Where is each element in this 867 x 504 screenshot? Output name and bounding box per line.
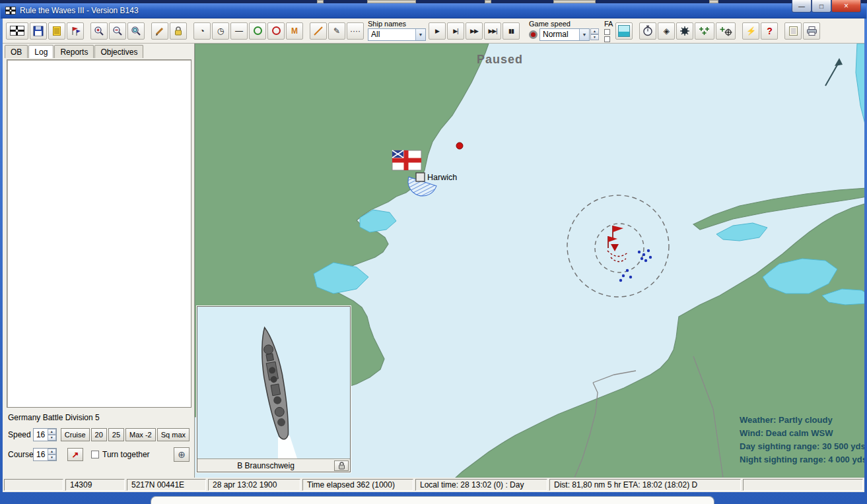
help-button[interactable]: ?: [761, 22, 778, 40]
speed-up-button[interactable]: ▲: [48, 429, 56, 435]
division-controls: Germany Battle Division 5 Speed 16 ▲ ▼ C…: [3, 410, 195, 478]
status-distance-eta-cell: Dist: 81,80 nm 5 hr ETA: 18:02 (18:02) D: [549, 479, 741, 491]
ship-names-label: Ship names: [368, 20, 426, 28]
set-course-button[interactable]: ↗: [67, 448, 83, 461]
course-stepper[interactable]: 16 ▲ ▼: [33, 448, 57, 461]
signal-flags-button[interactable]: [67, 22, 84, 40]
save-button[interactable]: [30, 22, 47, 40]
spin-down-button[interactable]: ▼: [590, 34, 599, 40]
turn-together-checkbox[interactable]: [91, 451, 99, 458]
white-ensign-flag-icon: [392, 150, 421, 170]
chevron-down-icon[interactable]: ▼: [415, 29, 425, 40]
zoom-area-button[interactable]: [127, 22, 145, 40]
map[interactable]: Harwich Paused Weather: Partly cloudy Wi…: [195, 44, 864, 478]
draw-course-button[interactable]: [151, 22, 168, 40]
dotted-line-button[interactable]: ····: [347, 22, 364, 40]
status-filler-cell: [743, 479, 863, 491]
print-button[interactable]: [803, 22, 820, 40]
stopwatch-button[interactable]: [639, 22, 656, 40]
padlock-icon: [338, 461, 345, 470]
dash-button[interactable]: —: [230, 22, 248, 40]
log-book-button[interactable]: [48, 22, 65, 40]
german-ensign-button[interactable]: [6, 22, 28, 40]
weather-report: Weather: Partly cloudy Wind: Dead calm W…: [740, 414, 864, 466]
sea-state-icon: [618, 25, 630, 37]
screen: { "window": { "title": "Rule the Waves I…: [0, 0, 867, 504]
close-button[interactable]: ×: [831, 0, 861, 13]
minimize-button[interactable]: —: [792, 0, 812, 13]
plot-button[interactable]: ✎: [328, 22, 345, 40]
pencil-icon: [155, 26, 165, 36]
ship-name-bar: B Braunschweig: [197, 458, 350, 472]
floppy-icon: [33, 26, 44, 36]
time-step-4-button[interactable]: ▶▶|: [484, 22, 501, 40]
ship-names-value: All: [371, 30, 380, 39]
fa-checkbox-2[interactable]: [604, 36, 610, 42]
lock-view-button[interactable]: [170, 22, 187, 40]
range-circle-b-button[interactable]: ◷: [212, 22, 229, 40]
speed-down-button[interactable]: ▼: [48, 435, 56, 441]
minefield-button[interactable]: M: [286, 22, 303, 40]
tab-log[interactable]: Log: [28, 45, 53, 58]
max-minus-2-button[interactable]: Max -2: [125, 428, 156, 441]
course-value: 16: [36, 450, 45, 459]
tab-ob[interactable]: OB: [5, 45, 28, 58]
green-circle-button[interactable]: [249, 22, 266, 40]
sea-state-button[interactable]: [615, 22, 633, 40]
ship-detail-panel: B Braunschweig: [197, 306, 351, 472]
tab-reports[interactable]: Reports: [54, 45, 94, 58]
status-bar: 14309 5217N 00441E 28 apr 13:02 1900 Tim…: [3, 478, 864, 492]
time-step-1-button[interactable]: ▶: [429, 22, 446, 40]
app-icon-german-ensign[interactable]: [5, 5, 16, 16]
zoom-in-button[interactable]: [90, 22, 108, 40]
port-label: Harwich: [427, 173, 457, 182]
layers-button[interactable]: ◈: [658, 22, 675, 40]
range-circle-a-button[interactable]: ◔: [193, 22, 211, 40]
pause-button[interactable]: ▮▮: [503, 22, 520, 40]
paused-indicator: Paused: [477, 53, 523, 67]
tab-objectives[interactable]: Objectives: [94, 45, 143, 58]
log-book-icon: [52, 26, 62, 36]
division-position-button[interactable]: ⊕: [174, 447, 190, 462]
cruise-button[interactable]: Cruise: [61, 428, 90, 441]
side-panel: OB Log Reports Objectives Germany Battle…: [3, 44, 195, 478]
spin-up-button[interactable]: ▲: [590, 28, 599, 34]
speed-label: Speed: [8, 430, 33, 439]
contact-dot[interactable]: [456, 142, 463, 149]
mine-button[interactable]: [676, 22, 693, 40]
fa-group: FA: [604, 20, 613, 42]
speed-25-button[interactable]: 25: [108, 428, 124, 441]
panel-tabs: OB Log Reports Objectives: [3, 44, 194, 58]
time-step-3-button[interactable]: ▶▶: [466, 22, 483, 40]
game-speed-dropdown[interactable]: Normal ▼: [539, 28, 590, 41]
game-speed-label: Game speed: [529, 20, 599, 28]
maximize-button[interactable]: □: [812, 0, 831, 13]
speed-stepper[interactable]: 16 ▲ ▼: [33, 428, 57, 441]
sq-max-button[interactable]: Sq max: [157, 428, 190, 441]
notes-button[interactable]: [784, 22, 802, 40]
red-circle-button[interactable]: [267, 22, 285, 40]
formation-button[interactable]: [695, 22, 714, 40]
lock-ship-button[interactable]: [334, 460, 349, 471]
chevron-down-icon[interactable]: ▼: [579, 29, 589, 40]
speed-value: 16: [36, 430, 45, 439]
port-square[interactable]: [416, 173, 425, 181]
ship-names-group: Ship names All ▼: [368, 20, 426, 42]
title-bar[interactable]: Rule the Waves III - Version B143: [1, 3, 866, 18]
game-speed-spinner: ▲ ▼: [590, 28, 599, 40]
night-sighting-line: Night sighting range: 4 000 yds: [740, 453, 864, 466]
zoom-out-button[interactable]: [109, 22, 126, 40]
time-step-2-button[interactable]: ▶|: [447, 22, 464, 40]
status-date-cell: 28 apr 13:02 1900: [208, 479, 300, 491]
log-list[interactable]: [7, 59, 191, 408]
german-ensign-icon: [10, 26, 24, 36]
course-line-button[interactable]: [310, 22, 327, 40]
speed-20-button[interactable]: 20: [91, 428, 107, 441]
fa-checkbox-1[interactable]: [604, 29, 610, 35]
ship-names-dropdown[interactable]: All ▼: [368, 28, 426, 41]
green-circle-icon: [254, 26, 262, 35]
course-down-button[interactable]: ▼: [48, 455, 56, 460]
screen-formation-button[interactable]: [716, 22, 736, 40]
course-up-button[interactable]: ▲: [48, 449, 56, 455]
torpedo-button[interactable]: ⚡: [742, 22, 759, 40]
